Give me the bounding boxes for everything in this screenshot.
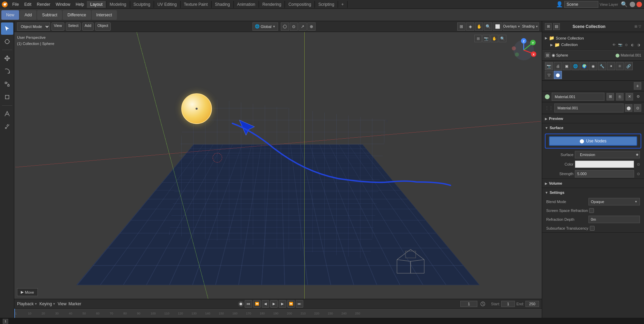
- material-settings-icon[interactable]: ⚙: [635, 94, 641, 100]
- constraints-btn[interactable]: 🔗: [625, 62, 633, 70]
- world-props-btn[interactable]: 🌍: [580, 62, 588, 70]
- end-frame[interactable]: 250: [525, 301, 539, 307]
- sphere-object[interactable]: [181, 93, 212, 124]
- view-ortho-btn[interactable]: ⊞: [474, 35, 482, 42]
- marker-menu[interactable]: Marker: [68, 302, 81, 306]
- select-tool[interactable]: [1, 22, 13, 35]
- mode-select[interactable]: Object Mode: [17, 22, 50, 31]
- physics-btn[interactable]: ⚛: [616, 62, 624, 70]
- scale-tool[interactable]: [1, 78, 13, 90]
- view-zoom-btn[interactable]: 🔍: [499, 35, 506, 42]
- color-field[interactable]: [575, 160, 634, 168]
- tab-animation[interactable]: Animation: [234, 1, 259, 8]
- next-frame-btn[interactable]: ⏩: [287, 300, 295, 308]
- prev-frame-btn[interactable]: ⏪: [253, 300, 261, 308]
- jump-end-btn[interactable]: ⏭: [296, 300, 303, 308]
- tab-modeling[interactable]: Modeling: [106, 1, 130, 8]
- strength-field[interactable]: 5.000: [575, 170, 634, 178]
- right-panel-filter[interactable]: ▽: [639, 25, 641, 28]
- render-props-btn[interactable]: 📷: [545, 62, 553, 70]
- add-material-btn[interactable]: +: [634, 82, 641, 90]
- add-menu[interactable]: Add: [82, 22, 94, 31]
- data-btn[interactable]: ▽: [545, 71, 553, 79]
- indirect-only-icon[interactable]: ◑: [636, 42, 641, 47]
- pivot-btn[interactable]: ⊕: [307, 22, 316, 31]
- output-props-btn[interactable]: 🖨: [554, 62, 562, 70]
- tab-uv-editing[interactable]: UV Editing: [154, 1, 181, 8]
- tab-rendering[interactable]: Rendering: [259, 1, 285, 8]
- tab-compositing[interactable]: Compositing: [285, 1, 315, 8]
- material-copy-btn[interactable]: ⎘: [616, 93, 624, 101]
- collection-row[interactable]: ▶ 📁 Collection 👁 📷 ⊙ ◐ ◑: [542, 41, 644, 48]
- overlays-btn[interactable]: Overlays▼: [503, 22, 521, 31]
- filter-btn[interactable]: ▤: [553, 23, 560, 30]
- difference-button[interactable]: Difference: [63, 10, 91, 20]
- view-menu[interactable]: View: [51, 22, 64, 31]
- jump-start-btn[interactable]: ⏮: [245, 300, 252, 308]
- shading-menu-btn[interactable]: Shading▼: [521, 22, 539, 31]
- measure-tool[interactable]: [1, 121, 13, 133]
- particles-btn[interactable]: ✦: [607, 62, 615, 70]
- material-btn[interactable]: ⬤: [554, 71, 562, 79]
- move-tool[interactable]: [1, 52, 13, 64]
- timeline-view-menu[interactable]: View: [58, 302, 66, 306]
- pan-tool-btn[interactable]: ✋: [475, 22, 483, 31]
- tab-scripting[interactable]: Scripting: [315, 1, 338, 8]
- frame-indicator-1[interactable]: 1: [3, 319, 8, 324]
- menu-render[interactable]: Render: [34, 1, 53, 8]
- tab-texture-paint[interactable]: Texture Paint: [181, 1, 212, 8]
- material-unlink-btn[interactable]: ✕: [626, 93, 633, 101]
- current-frame[interactable]: 1: [460, 301, 477, 307]
- material-name-field[interactable]: Material.001: [554, 104, 624, 112]
- scene-input[interactable]: [564, 1, 598, 8]
- record-btn[interactable]: ⏺: [238, 301, 244, 307]
- prop-divider-btn[interactable]: ⊞: [545, 52, 550, 58]
- snap-type-btn[interactable]: ↗: [298, 22, 307, 31]
- start-frame[interactable]: 1: [501, 301, 515, 307]
- play-btn[interactable]: ▶: [270, 300, 278, 308]
- menu-file[interactable]: File: [10, 1, 21, 8]
- visibility-icon[interactable]: 👁: [611, 42, 617, 47]
- viewport-3d[interactable]: Z Y X ⊞: [14, 32, 542, 299]
- scene-props-btn[interactable]: 🌐: [571, 62, 580, 70]
- object-props-btn[interactable]: ◉: [589, 62, 597, 70]
- intersect-button[interactable]: Intersect: [92, 10, 117, 20]
- rotate-tool[interactable]: [1, 65, 13, 77]
- tab-layout[interactable]: Layout: [87, 1, 106, 8]
- view-pan-btn[interactable]: ✋: [491, 35, 498, 42]
- tab-sculpting[interactable]: Sculpting: [130, 1, 154, 8]
- win-minimize[interactable]: [630, 2, 635, 7]
- add-button[interactable]: Add: [20, 10, 36, 20]
- tab-add[interactable]: +: [338, 1, 348, 8]
- fps-btn[interactable]: [479, 300, 486, 307]
- wireframe-btn[interactable]: ⬜: [495, 24, 500, 29]
- viewport-shading-btn[interactable]: ◈: [466, 22, 474, 31]
- modifiers-btn[interactable]: 🔧: [598, 62, 606, 70]
- viewport-gizmo[interactable]: Z Y X: [508, 35, 539, 66]
- settings-header[interactable]: ▼ Settings: [542, 188, 644, 197]
- preview-header[interactable]: ▶ Preview: [542, 114, 644, 123]
- subtract-button[interactable]: Subtract: [37, 10, 62, 20]
- next-keyframe-btn[interactable]: ▶: [279, 300, 286, 308]
- transform-tool[interactable]: [1, 91, 13, 103]
- ssr-checkbox[interactable]: [589, 208, 594, 213]
- select-menu[interactable]: Select: [66, 22, 81, 31]
- scene-select-btn[interactable]: ⊞: [545, 23, 552, 30]
- viewport-display-btn[interactable]: ⊞: [457, 22, 465, 31]
- material-link-btn[interactable]: ⊙: [634, 104, 641, 112]
- refraction-depth-field[interactable]: 0m: [588, 216, 640, 223]
- holdout-icon[interactable]: ◐: [630, 42, 635, 47]
- material-slot-field[interactable]: Material.001: [552, 93, 604, 101]
- material-options-btn[interactable]: ⊞: [607, 93, 614, 101]
- menu-help[interactable]: Help: [73, 1, 87, 8]
- annotate-tool[interactable]: [1, 108, 13, 120]
- view-camera-btn[interactable]: 📷: [482, 35, 490, 42]
- sst-checkbox[interactable]: [590, 226, 595, 231]
- tab-shading[interactable]: Shading: [212, 1, 234, 8]
- viewport-visibility-icon[interactable]: ⊙: [624, 42, 629, 47]
- proportional-edit-btn[interactable]: ⊙: [290, 22, 298, 31]
- surface-type-field[interactable]: Emission: [575, 151, 640, 158]
- keying-menu[interactable]: Keying ▼: [40, 302, 56, 306]
- volume-header[interactable]: ▶ Volume: [542, 179, 644, 188]
- blend-mode-field[interactable]: Opaque ▼: [588, 198, 640, 205]
